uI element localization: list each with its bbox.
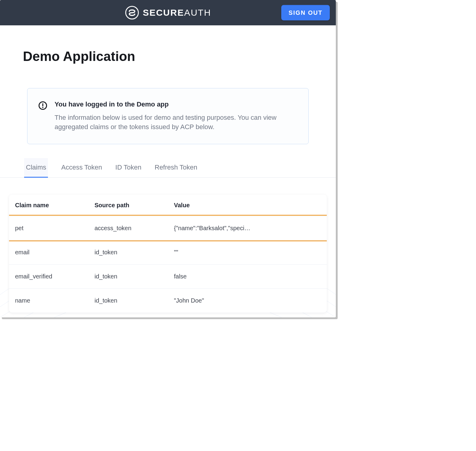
tabs: ClaimsAccess TokenID TokenRefresh Token <box>0 158 336 178</box>
source-path-cell: id_token <box>89 264 168 288</box>
table-row: nameid_token"John Doe" <box>9 288 327 313</box>
table-row: petaccess_token{"name":"Barksalot","spec… <box>9 216 327 240</box>
svg-point-3 <box>42 107 43 108</box>
claims-table-card: Claim name Source path Value petaccess_t… <box>9 195 327 313</box>
alert-circle-icon <box>38 100 47 112</box>
app-frame: SECUREAUTH SIGN OUT Demo Application You… <box>0 0 336 317</box>
col-header-value: Value <box>168 195 327 216</box>
topbar: SECUREAUTH SIGN OUT <box>0 0 336 25</box>
tab-id[interactable]: ID Token <box>115 158 141 177</box>
page-title: Demo Application <box>23 49 336 64</box>
value-cell: {"name":"Barksalot","speci… <box>168 216 327 240</box>
value-cell: "John Doe" <box>168 288 327 313</box>
table-row: emailid_token"" <box>9 240 327 264</box>
tab-access[interactable]: Access Token <box>61 158 102 177</box>
value-cell: false <box>168 264 327 288</box>
claim-name-cell: name <box>9 288 89 313</box>
table-row: email_verifiedid_tokenfalse <box>9 264 327 288</box>
source-path-cell: access_token <box>89 216 168 240</box>
info-text: You have logged in to the Demo app The i… <box>55 100 296 132</box>
sign-out-button[interactable]: SIGN OUT <box>281 5 330 21</box>
info-title: You have logged in to the Demo app <box>55 100 296 108</box>
table-header-row: Claim name Source path Value <box>9 195 327 216</box>
value-cell: "" <box>168 240 327 264</box>
brand: SECUREAUTH <box>125 5 211 20</box>
secureauth-logo-icon <box>125 5 139 20</box>
source-path-cell: id_token <box>89 288 168 313</box>
tab-claims[interactable]: Claims <box>24 158 48 177</box>
claim-name-cell: pet <box>9 216 89 240</box>
tab-refresh[interactable]: Refresh Token <box>155 158 197 177</box>
info-body: The information below is used for demo a… <box>55 113 296 132</box>
col-header-claim-name: Claim name <box>9 195 89 216</box>
claim-name-cell: email_verified <box>9 264 89 288</box>
info-banner: You have logged in to the Demo app The i… <box>27 88 309 144</box>
col-header-source-path: Source path <box>89 195 168 216</box>
claim-name-cell: email <box>9 240 89 264</box>
brand-wordmark: SECUREAUTH <box>143 8 211 18</box>
claims-table: Claim name Source path Value petaccess_t… <box>9 195 327 313</box>
source-path-cell: id_token <box>89 240 168 264</box>
